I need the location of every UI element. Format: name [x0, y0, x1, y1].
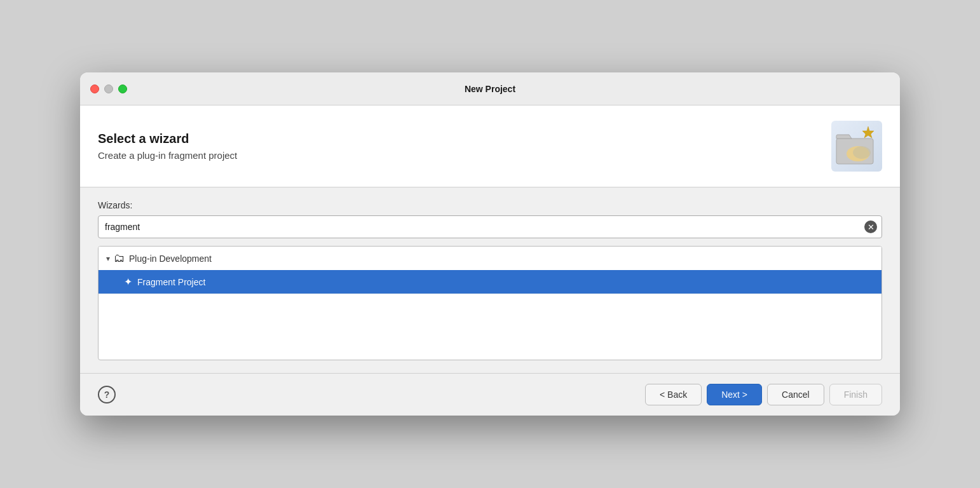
dialog-window: New Project Select a wizard Create a plu… — [80, 72, 900, 416]
folder-icon: 🗂 — [114, 252, 125, 265]
close-button[interactable] — [90, 85, 99, 93]
wizard-subtext: Create a plug-in fragment project — [98, 150, 237, 161]
finish-button: Finish — [829, 384, 882, 405]
footer: ? < Back Next > Cancel Finish — [80, 373, 900, 416]
chevron-down-icon: ▾ — [106, 254, 110, 263]
wizard-icon-svg — [831, 121, 882, 172]
back-button[interactable]: < Back — [645, 384, 702, 405]
tree-container: ▾ 🗂 Plug-in Development ✦ Fragment Proje… — [98, 246, 882, 360]
wizards-label: Wizards: — [98, 200, 882, 210]
tree-item-label: Fragment Project — [137, 277, 205, 287]
header-text: Select a wizard Create a plug-in fragmen… — [98, 132, 237, 161]
minimize-button[interactable] — [104, 85, 113, 93]
maximize-button[interactable] — [118, 85, 127, 93]
search-container: ✕ — [98, 215, 882, 238]
fragment-project-icon: ✦ — [124, 276, 132, 288]
search-input[interactable] — [98, 215, 882, 238]
help-button[interactable]: ? — [98, 386, 116, 403]
tree-item-fragment-project[interactable]: ✦ Fragment Project — [99, 270, 881, 294]
tree-group-header[interactable]: ▾ 🗂 Plug-in Development — [99, 247, 881, 270]
titlebar: New Project — [80, 72, 900, 105]
tree-group-label: Plug-in Development — [129, 254, 212, 264]
tree-group-plugin-development: ▾ 🗂 Plug-in Development ✦ Fragment Proje… — [99, 247, 881, 294]
content-area: Wizards: ✕ ▾ 🗂 Plug-in Development ✦ Fra… — [80, 187, 900, 373]
cancel-button[interactable]: Cancel — [767, 384, 824, 405]
traffic-lights — [90, 85, 127, 93]
wizard-icon — [831, 121, 882, 172]
next-button[interactable]: Next > — [707, 384, 762, 405]
header-section: Select a wizard Create a plug-in fragmen… — [80, 105, 900, 187]
footer-buttons: < Back Next > Cancel Finish — [645, 384, 882, 405]
search-clear-button[interactable]: ✕ — [864, 220, 877, 233]
wizard-heading: Select a wizard — [98, 132, 237, 146]
svg-point-3 — [853, 146, 871, 159]
window-title: New Project — [465, 84, 515, 94]
